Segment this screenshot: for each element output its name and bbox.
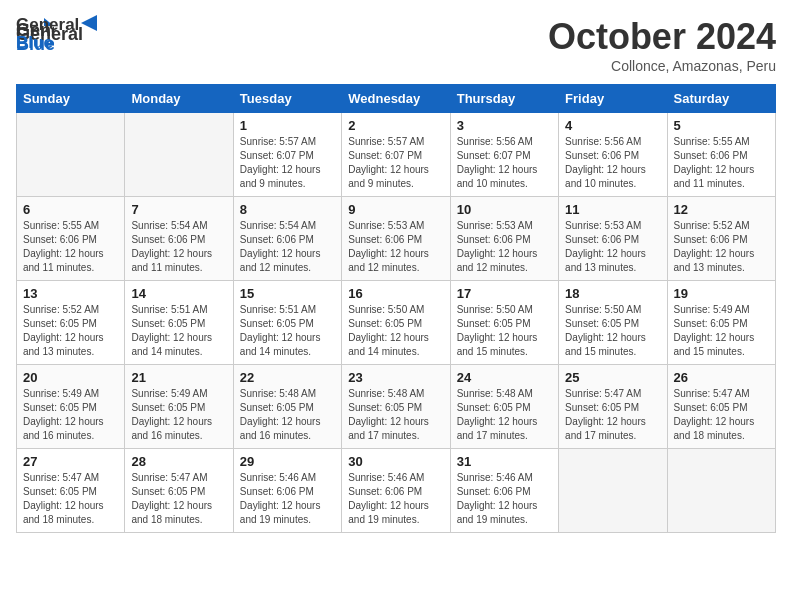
calendar-cell: 30Sunrise: 5:46 AMSunset: 6:06 PMDayligh… <box>342 449 450 533</box>
location-subtitle: Collonce, Amazonas, Peru <box>548 58 776 74</box>
day-info: Sunrise: 5:47 AMSunset: 6:05 PMDaylight:… <box>23 471 118 527</box>
day-number: 23 <box>348 370 443 385</box>
calendar-cell: 23Sunrise: 5:48 AMSunset: 6:05 PMDayligh… <box>342 365 450 449</box>
calendar-cell: 2Sunrise: 5:57 AMSunset: 6:07 PMDaylight… <box>342 113 450 197</box>
day-info: Sunrise: 5:46 AMSunset: 6:06 PMDaylight:… <box>240 471 335 527</box>
calendar-week-row: 20Sunrise: 5:49 AMSunset: 6:05 PMDayligh… <box>17 365 776 449</box>
calendar-cell: 11Sunrise: 5:53 AMSunset: 6:06 PMDayligh… <box>559 197 667 281</box>
title-section: October 2024 Collonce, Amazonas, Peru <box>548 16 776 74</box>
day-number: 25 <box>565 370 660 385</box>
day-info: Sunrise: 5:51 AMSunset: 6:05 PMDaylight:… <box>131 303 226 359</box>
calendar-cell: 24Sunrise: 5:48 AMSunset: 6:05 PMDayligh… <box>450 365 558 449</box>
calendar-cell: 26Sunrise: 5:47 AMSunset: 6:05 PMDayligh… <box>667 365 775 449</box>
calendar-cell: 20Sunrise: 5:49 AMSunset: 6:05 PMDayligh… <box>17 365 125 449</box>
day-info: Sunrise: 5:52 AMSunset: 6:05 PMDaylight:… <box>23 303 118 359</box>
day-info: Sunrise: 5:49 AMSunset: 6:05 PMDaylight:… <box>131 387 226 443</box>
logo-blue-text: Blue <box>16 33 97 53</box>
day-info: Sunrise: 5:47 AMSunset: 6:05 PMDaylight:… <box>131 471 226 527</box>
day-number: 19 <box>674 286 769 301</box>
day-info: Sunrise: 5:51 AMSunset: 6:05 PMDaylight:… <box>240 303 335 359</box>
day-info: Sunrise: 5:56 AMSunset: 6:07 PMDaylight:… <box>457 135 552 191</box>
day-number: 10 <box>457 202 552 217</box>
calendar-cell: 29Sunrise: 5:46 AMSunset: 6:06 PMDayligh… <box>233 449 341 533</box>
day-info: Sunrise: 5:56 AMSunset: 6:06 PMDaylight:… <box>565 135 660 191</box>
calendar-cell: 8Sunrise: 5:54 AMSunset: 6:06 PMDaylight… <box>233 197 341 281</box>
day-info: Sunrise: 5:48 AMSunset: 6:05 PMDaylight:… <box>457 387 552 443</box>
day-number: 31 <box>457 454 552 469</box>
day-number: 18 <box>565 286 660 301</box>
weekday-header-sunday: Sunday <box>17 85 125 113</box>
calendar-cell <box>667 449 775 533</box>
day-info: Sunrise: 5:49 AMSunset: 6:05 PMDaylight:… <box>674 303 769 359</box>
day-number: 27 <box>23 454 118 469</box>
day-number: 9 <box>348 202 443 217</box>
calendar-cell: 5Sunrise: 5:55 AMSunset: 6:06 PMDaylight… <box>667 113 775 197</box>
calendar-cell: 7Sunrise: 5:54 AMSunset: 6:06 PMDaylight… <box>125 197 233 281</box>
day-info: Sunrise: 5:55 AMSunset: 6:06 PMDaylight:… <box>674 135 769 191</box>
day-number: 17 <box>457 286 552 301</box>
day-number: 6 <box>23 202 118 217</box>
weekday-header-tuesday: Tuesday <box>233 85 341 113</box>
weekday-header-thursday: Thursday <box>450 85 558 113</box>
day-number: 29 <box>240 454 335 469</box>
day-info: Sunrise: 5:54 AMSunset: 6:06 PMDaylight:… <box>131 219 226 275</box>
weekday-header-wednesday: Wednesday <box>342 85 450 113</box>
day-info: Sunrise: 5:57 AMSunset: 6:07 PMDaylight:… <box>348 135 443 191</box>
calendar-cell: 9Sunrise: 5:53 AMSunset: 6:06 PMDaylight… <box>342 197 450 281</box>
weekday-header-friday: Friday <box>559 85 667 113</box>
day-info: Sunrise: 5:50 AMSunset: 6:05 PMDaylight:… <box>348 303 443 359</box>
calendar-cell: 13Sunrise: 5:52 AMSunset: 6:05 PMDayligh… <box>17 281 125 365</box>
calendar-week-row: 27Sunrise: 5:47 AMSunset: 6:05 PMDayligh… <box>17 449 776 533</box>
day-info: Sunrise: 5:49 AMSunset: 6:05 PMDaylight:… <box>23 387 118 443</box>
calendar-cell: 14Sunrise: 5:51 AMSunset: 6:05 PMDayligh… <box>125 281 233 365</box>
calendar-cell: 31Sunrise: 5:46 AMSunset: 6:06 PMDayligh… <box>450 449 558 533</box>
day-info: Sunrise: 5:46 AMSunset: 6:06 PMDaylight:… <box>348 471 443 527</box>
day-info: Sunrise: 5:46 AMSunset: 6:06 PMDaylight:… <box>457 471 552 527</box>
weekday-header-row: SundayMondayTuesdayWednesdayThursdayFrid… <box>17 85 776 113</box>
calendar-cell: 16Sunrise: 5:50 AMSunset: 6:05 PMDayligh… <box>342 281 450 365</box>
day-number: 24 <box>457 370 552 385</box>
day-info: Sunrise: 5:48 AMSunset: 6:05 PMDaylight:… <box>348 387 443 443</box>
day-number: 21 <box>131 370 226 385</box>
calendar-cell: 28Sunrise: 5:47 AMSunset: 6:05 PMDayligh… <box>125 449 233 533</box>
day-number: 22 <box>240 370 335 385</box>
weekday-header-saturday: Saturday <box>667 85 775 113</box>
day-number: 13 <box>23 286 118 301</box>
day-info: Sunrise: 5:53 AMSunset: 6:06 PMDaylight:… <box>565 219 660 275</box>
logo-container: General Blue <box>16 16 97 53</box>
day-number: 2 <box>348 118 443 133</box>
weekday-header-monday: Monday <box>125 85 233 113</box>
day-number: 5 <box>674 118 769 133</box>
calendar-cell <box>17 113 125 197</box>
day-info: Sunrise: 5:53 AMSunset: 6:06 PMDaylight:… <box>348 219 443 275</box>
day-number: 30 <box>348 454 443 469</box>
calendar-cell: 21Sunrise: 5:49 AMSunset: 6:05 PMDayligh… <box>125 365 233 449</box>
calendar-cell: 25Sunrise: 5:47 AMSunset: 6:05 PMDayligh… <box>559 365 667 449</box>
svg-marker-3 <box>81 15 97 31</box>
calendar-cell: 18Sunrise: 5:50 AMSunset: 6:05 PMDayligh… <box>559 281 667 365</box>
day-number: 15 <box>240 286 335 301</box>
day-info: Sunrise: 5:48 AMSunset: 6:05 PMDaylight:… <box>240 387 335 443</box>
day-number: 14 <box>131 286 226 301</box>
day-info: Sunrise: 5:47 AMSunset: 6:05 PMDaylight:… <box>674 387 769 443</box>
day-number: 4 <box>565 118 660 133</box>
calendar-week-row: 6Sunrise: 5:55 AMSunset: 6:06 PMDaylight… <box>17 197 776 281</box>
calendar-cell: 22Sunrise: 5:48 AMSunset: 6:05 PMDayligh… <box>233 365 341 449</box>
day-number: 8 <box>240 202 335 217</box>
day-info: Sunrise: 5:53 AMSunset: 6:06 PMDaylight:… <box>457 219 552 275</box>
day-number: 3 <box>457 118 552 133</box>
day-number: 26 <box>674 370 769 385</box>
day-info: Sunrise: 5:54 AMSunset: 6:06 PMDaylight:… <box>240 219 335 275</box>
day-number: 1 <box>240 118 335 133</box>
logo-triangle-icon <box>81 15 97 31</box>
day-info: Sunrise: 5:57 AMSunset: 6:07 PMDaylight:… <box>240 135 335 191</box>
day-number: 28 <box>131 454 226 469</box>
day-info: Sunrise: 5:52 AMSunset: 6:06 PMDaylight:… <box>674 219 769 275</box>
calendar-cell: 15Sunrise: 5:51 AMSunset: 6:05 PMDayligh… <box>233 281 341 365</box>
day-number: 12 <box>674 202 769 217</box>
day-info: Sunrise: 5:50 AMSunset: 6:05 PMDaylight:… <box>565 303 660 359</box>
day-number: 11 <box>565 202 660 217</box>
calendar-cell: 4Sunrise: 5:56 AMSunset: 6:06 PMDaylight… <box>559 113 667 197</box>
calendar-cell: 1Sunrise: 5:57 AMSunset: 6:07 PMDaylight… <box>233 113 341 197</box>
calendar-cell: 6Sunrise: 5:55 AMSunset: 6:06 PMDaylight… <box>17 197 125 281</box>
